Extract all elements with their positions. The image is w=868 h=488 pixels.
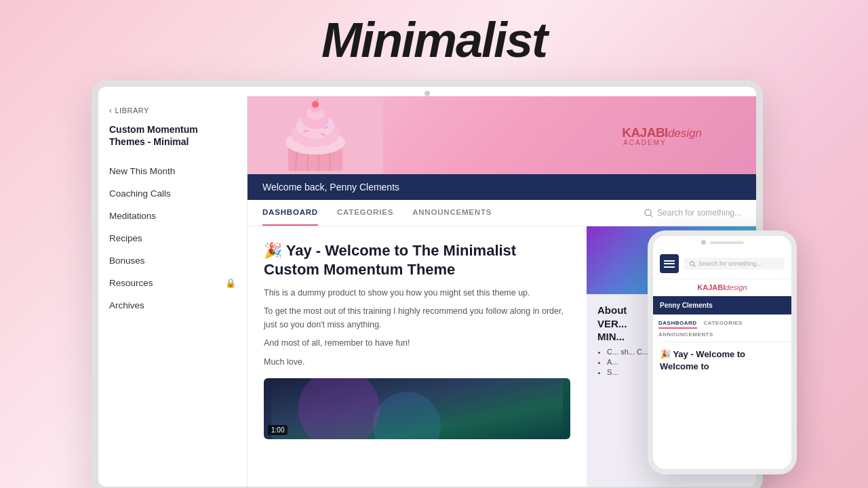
welcome-bar: Welcome back, Penny Clements <box>248 174 756 200</box>
phone-tab-categories[interactable]: CATEGORIES <box>704 319 743 329</box>
welcome-text-4: Much love. <box>264 356 570 369</box>
sidebar-item-label: New This Month <box>109 166 175 176</box>
lock-icon: 🔒 <box>225 278 236 288</box>
sidebar-item-bonuses[interactable]: Bonuses <box>98 249 247 272</box>
svg-point-18 <box>645 209 651 216</box>
welcome-text-1: This is a dummy product to show you how … <box>264 287 570 300</box>
phone-search-placeholder: Search for something... <box>698 260 762 267</box>
library-label: LIBRARY <box>115 106 149 115</box>
video-bg <box>264 378 570 439</box>
sidebar-item-label: Bonuses <box>109 256 145 266</box>
sidebar-item-archives[interactable]: Archives <box>98 294 247 317</box>
tab-announcements[interactable]: ANNOUNCEMENTS <box>412 200 492 226</box>
sidebar-item-resources[interactable]: Resources 🔒 <box>98 272 247 294</box>
sidebar-item-label: Coaching Calls <box>109 188 171 199</box>
phone-welcome-subheading: Welcome to <box>660 361 785 372</box>
banner-logo: KAJABI design academy <box>622 125 702 146</box>
logo-text-group: KAJABI design <box>622 125 702 140</box>
phone-logo-area: KAJABIdesign <box>653 279 791 296</box>
phone-content: 🎉 Yay - Welcome to Welcome to <box>653 342 791 469</box>
sidebar-item-meditations[interactable]: Meditations <box>98 205 247 227</box>
hamburger-icon <box>664 260 675 268</box>
welcome-text-3: And most of all, remember to have fun! <box>264 337 570 350</box>
cupcake-illustration <box>248 96 383 174</box>
video-thumbnail[interactable]: 1:00 <box>264 378 570 439</box>
tablet-camera <box>425 91 430 96</box>
sidebar-item-label: Meditations <box>109 211 156 221</box>
svg-point-21 <box>298 378 380 439</box>
svg-line-24 <box>694 265 695 266</box>
chevron-left-icon: ‹ <box>109 106 113 115</box>
svg-line-19 <box>650 215 652 217</box>
logo-academy: academy <box>623 138 666 146</box>
logo-design: design <box>668 126 702 140</box>
svg-point-16 <box>312 101 319 108</box>
tabs-search[interactable]: Search for something... <box>644 208 741 218</box>
sidebar-library-back[interactable]: ‹ LIBRARY <box>98 96 247 121</box>
phone-logo-kajabi: KAJABIdesign <box>697 283 747 291</box>
sidebar-item-new-this-month[interactable]: New This Month <box>98 160 247 182</box>
phone-inner: Search for something... KAJABIdesign Pen… <box>653 236 791 469</box>
sidebar: ‹ LIBRARY Custom Momentum Themes - Minim… <box>98 96 248 487</box>
phone-logo-design: design <box>725 283 747 291</box>
phone-camera-dot <box>701 240 706 245</box>
phone-search-icon <box>690 261 696 267</box>
phone: Search for something... KAJABIdesign Pen… <box>648 230 797 474</box>
content-left: 🎉 Yay - Welcome to The Minimalist Custom… <box>248 226 587 487</box>
sidebar-course-title: Custom Momentum Themes - Minimal <box>98 121 247 160</box>
welcome-heading: 🎉 Yay - Welcome to The Minimalist Custom… <box>264 241 570 279</box>
phone-navbar: Search for something... <box>653 249 791 279</box>
sidebar-item-recipes[interactable]: Recipes <box>98 227 247 249</box>
phone-search-bar[interactable]: Search for something... <box>684 258 785 270</box>
page-title: Minimalist <box>321 12 547 68</box>
sidebar-item-label: Resources <box>109 278 153 288</box>
search-placeholder: Search for something... <box>657 208 741 218</box>
tab-categories[interactable]: CATEGORIES <box>337 200 393 226</box>
phone-notch-line <box>710 241 744 244</box>
phone-tab-dashboard[interactable]: DASHBOARD <box>658 319 697 329</box>
sidebar-item-coaching-calls[interactable]: Coaching Calls <box>98 182 247 205</box>
banner: KAJABI design academy <box>248 96 756 174</box>
phone-menu-button[interactable] <box>660 254 679 273</box>
tab-dashboard[interactable]: DASHBOARD <box>262 200 318 226</box>
svg-point-23 <box>690 261 694 265</box>
welcome-text-2: To get the most out of this training I h… <box>264 305 570 331</box>
logo-kajabi: KAJABI <box>622 125 668 140</box>
tabs-bar: DASHBOARD CATEGORIES ANNOUNCEMENTS Searc… <box>248 200 756 226</box>
device-wrapper: ‹ LIBRARY Custom Momentum Themes - Minim… <box>92 80 776 488</box>
phone-welcome-heading: 🎉 Yay - Welcome to <box>660 349 785 360</box>
phone-tabs: DASHBOARD CATEGORIES ANNOUNCEMENTS <box>653 314 791 342</box>
sidebar-nav: New This Month Coaching Calls Meditation… <box>98 160 247 317</box>
search-icon <box>644 209 653 218</box>
sidebar-item-label: Recipes <box>109 233 142 243</box>
video-time: 1:00 <box>268 425 288 435</box>
sidebar-item-label: Archives <box>109 300 144 310</box>
phone-welcome-bar: Penny Clements <box>653 296 791 314</box>
phone-tab-announcements[interactable]: ANNOUNCEMENTS <box>658 330 713 339</box>
phone-status-bar <box>653 236 791 249</box>
